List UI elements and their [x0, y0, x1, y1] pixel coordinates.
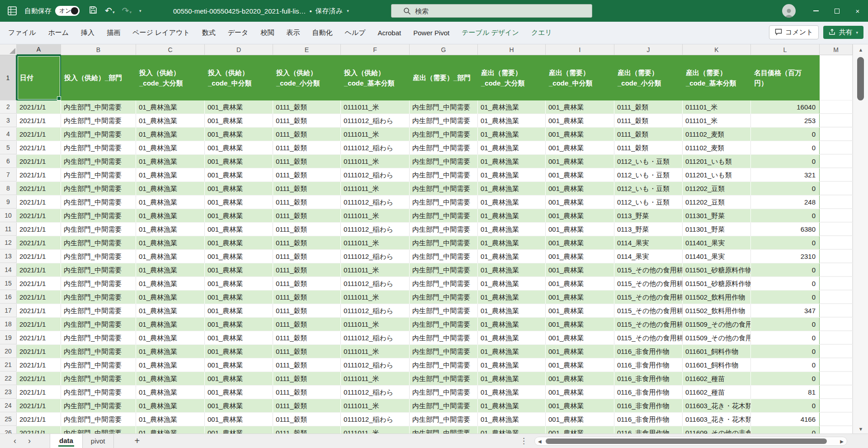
cell-L18[interactable]: 0 — [751, 318, 820, 331]
column-header-K[interactable]: K — [683, 44, 751, 55]
prev-sheet-arrow-icon[interactable]: ‹ — [14, 436, 16, 446]
cell-I7[interactable]: 001_農林業 — [546, 168, 614, 181]
document-title[interactable]: 00550-meti-00550425-b2020_2021-full-lis… — [173, 7, 306, 15]
cell-J8[interactable]: 0112_いも・豆類 — [614, 182, 683, 195]
cell-A13[interactable]: 2021/1/1 — [17, 250, 61, 263]
cell-D14[interactable]: 001_農林業 — [205, 263, 273, 276]
cell-F6[interactable]: 0111011_米 — [341, 155, 410, 168]
cell-A18[interactable]: 2021/1/1 — [17, 318, 61, 331]
add-sheet-button[interactable]: + — [135, 436, 140, 446]
cell-E13[interactable]: 0111_穀類 — [273, 250, 341, 263]
cell-E16[interactable]: 0111_穀類 — [273, 291, 341, 304]
cell-A25[interactable]: 2021/1/1 — [17, 413, 61, 426]
cell-B3[interactable]: 内生部門_中間需要 — [61, 114, 136, 127]
cell-F15[interactable]: 0111012_稲わら — [341, 277, 410, 290]
cell-B26[interactable]: 内生部門_中間需要 — [61, 426, 136, 434]
cell-F20[interactable]: 0111011_米 — [341, 345, 410, 358]
cell-D25[interactable]: 001_農林業 — [205, 413, 273, 426]
cell-K23[interactable]: 011602_種苗 — [683, 386, 751, 399]
cell-H24[interactable]: 01_農林漁業 — [478, 399, 546, 412]
column-header-I[interactable]: I — [546, 44, 614, 55]
row-header-9[interactable]: 9 — [0, 195, 17, 209]
cell-D17[interactable]: 001_農林業 — [205, 304, 273, 317]
cell-F22[interactable]: 0111011_米 — [341, 372, 410, 385]
cell-C6[interactable]: 01_農林漁業 — [136, 155, 205, 168]
cell-I5[interactable]: 001_農林業 — [546, 141, 614, 154]
ribbon-tab-ホーム[interactable]: ホーム — [48, 29, 69, 37]
ribbon-tab-描画[interactable]: 描画 — [107, 29, 120, 37]
row-header-10[interactable]: 10 — [0, 209, 17, 222]
cell-H23[interactable]: 01_農林漁業 — [478, 386, 546, 399]
cell-I21[interactable]: 001_農林業 — [546, 358, 614, 372]
cell-M9[interactable] — [820, 195, 853, 209]
cell-B21[interactable]: 内生部門_中間需要 — [61, 358, 136, 372]
cell-J12[interactable]: 0114_果実 — [614, 236, 683, 249]
header-cell-A[interactable]: 日付 — [17, 55, 61, 100]
cell-E25[interactable]: 0111_穀類 — [273, 413, 341, 426]
cell-F4[interactable]: 0111011_米 — [341, 128, 410, 141]
cell-G13[interactable]: 内生部門_中間需要 — [410, 250, 478, 263]
sheet-tab-data[interactable]: data — [50, 434, 83, 448]
cell-B13[interactable]: 内生部門_中間需要 — [61, 250, 136, 263]
ribbon-tab-ヘルプ[interactable]: ヘルプ — [344, 29, 365, 37]
cell-B19[interactable]: 内生部門_中間需要 — [61, 331, 136, 344]
cell-C14[interactable]: 01_農林漁業 — [136, 263, 205, 276]
cell-I8[interactable]: 001_農林業 — [546, 182, 614, 195]
cell-B18[interactable]: 内生部門_中間需要 — [61, 318, 136, 331]
cell-G23[interactable]: 内生部門_中間需要 — [410, 386, 478, 399]
cell-K24[interactable]: 011603_花き・花木類 — [683, 399, 751, 412]
cell-B20[interactable]: 内生部門_中間需要 — [61, 345, 136, 358]
row-header-8[interactable]: 8 — [0, 182, 17, 195]
cell-C13[interactable]: 01_農林漁業 — [136, 250, 205, 263]
cell-C9[interactable]: 01_農林漁業 — [136, 195, 205, 209]
cell-D18[interactable]: 001_農林業 — [205, 318, 273, 331]
cell-L10[interactable]: 0 — [751, 209, 820, 222]
cell-L5[interactable]: 0 — [751, 141, 820, 154]
cell-K17[interactable]: 011502_飲料用作物 — [683, 304, 751, 317]
cell-C18[interactable]: 01_農林漁業 — [136, 318, 205, 331]
cell-C16[interactable]: 01_農林漁業 — [136, 291, 205, 304]
cell-K12[interactable]: 011401_果実 — [683, 236, 751, 249]
cell-E3[interactable]: 0111_穀類 — [273, 114, 341, 127]
header-cell-G[interactable]: 産出（需要）_部門 — [410, 55, 478, 100]
cell-L25[interactable]: 4166 — [751, 413, 820, 426]
ribbon-tab-数式[interactable]: 数式 — [202, 29, 216, 37]
cell-H18[interactable]: 01_農林漁業 — [478, 318, 546, 331]
cell-C2[interactable]: 01_農林漁業 — [136, 100, 205, 114]
ribbon-tab-データ[interactable]: データ — [228, 29, 249, 37]
header-cell-E[interactable]: 投入（供給）_code_小分類 — [273, 55, 341, 100]
row-header-25[interactable]: 25 — [0, 413, 17, 426]
cell-H5[interactable]: 01_農林漁業 — [478, 141, 546, 154]
cell-G15[interactable]: 内生部門_中間需要 — [410, 277, 478, 290]
search-input[interactable] — [415, 7, 560, 15]
row-header-11[interactable]: 11 — [0, 223, 17, 236]
cell-G6[interactable]: 内生部門_中間需要 — [410, 155, 478, 168]
cell-F17[interactable]: 0111012_稲わら — [341, 304, 410, 317]
cell-F24[interactable]: 0111011_米 — [341, 399, 410, 412]
cell-M4[interactable] — [820, 128, 853, 141]
cell-M18[interactable] — [820, 318, 853, 331]
cell-H9[interactable]: 01_農林漁業 — [478, 195, 546, 209]
cell-J25[interactable]: 0116_非食用作物 — [614, 413, 683, 426]
cell-G5[interactable]: 内生部門_中間需要 — [410, 141, 478, 154]
cell-A26[interactable]: 2021/1/1 — [17, 426, 61, 434]
row-header-12[interactable]: 12 — [0, 236, 17, 249]
cell-H14[interactable]: 01_農林漁業 — [478, 263, 546, 276]
cell-K18[interactable]: 011509_その他の食用耕種作物 — [683, 318, 751, 331]
cell-L23[interactable]: 81 — [751, 386, 820, 399]
cell-E18[interactable]: 0111_穀類 — [273, 318, 341, 331]
cell-E15[interactable]: 0111_穀類 — [273, 277, 341, 290]
cell-F10[interactable]: 0111011_米 — [341, 209, 410, 222]
cell-F21[interactable]: 0111012_稲わら — [341, 358, 410, 372]
cell-B23[interactable]: 内生部門_中間需要 — [61, 386, 136, 399]
cell-E8[interactable]: 0111_穀類 — [273, 182, 341, 195]
row-header-15[interactable]: 15 — [0, 277, 17, 290]
cell-M22[interactable] — [820, 372, 853, 385]
cell-D22[interactable]: 001_農林業 — [205, 372, 273, 385]
cell-B2[interactable]: 内生部門_中間需要 — [61, 100, 136, 114]
cell-M16[interactable] — [820, 291, 853, 304]
cell-B7[interactable]: 内生部門_中間需要 — [61, 168, 136, 181]
header-cell-B[interactable]: 投入（供給）_部門 — [61, 55, 136, 100]
row-header-1[interactable]: 1 — [0, 55, 17, 100]
cell-B25[interactable]: 内生部門_中間需要 — [61, 413, 136, 426]
